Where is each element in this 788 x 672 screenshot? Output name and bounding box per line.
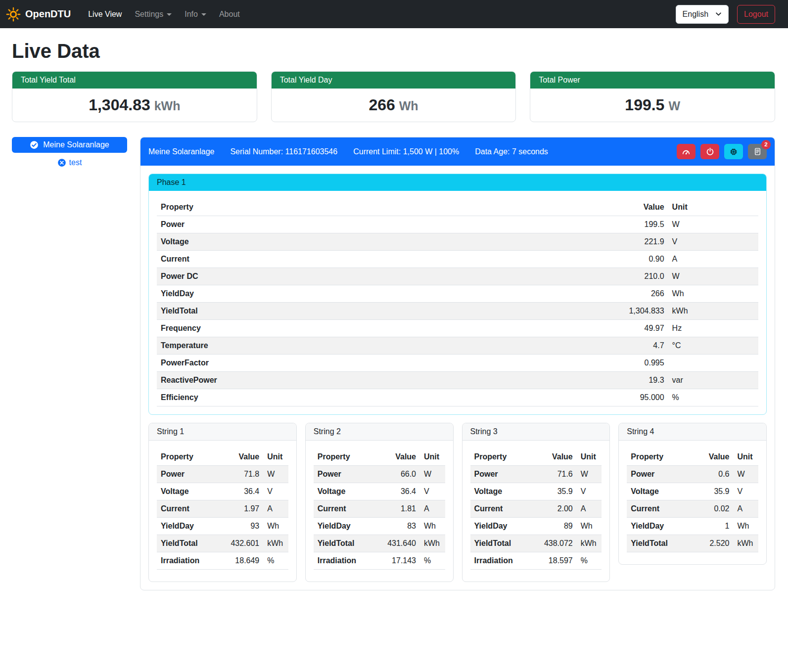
row-value: 266 [602, 285, 668, 303]
row-property: ReactivePower [157, 372, 602, 389]
row-value: 35.9 [689, 483, 733, 500]
device-info-button[interactable] [724, 144, 743, 159]
row-unit: Hz [668, 320, 758, 337]
row-unit: A [420, 500, 445, 518]
column-header-value: Value [602, 199, 668, 216]
card-title: Total Yield Day [272, 72, 516, 89]
power-icon [706, 147, 714, 156]
row-property: Current [157, 251, 602, 268]
table-row: Current 0.90 A [157, 251, 758, 268]
top-navbar: OpenDTU Live View Settings Info About En… [0, 0, 788, 28]
table-row: Power DC 210.0 W [157, 268, 758, 285]
row-unit: kWh [577, 535, 602, 552]
nav-info[interactable]: Info [178, 10, 213, 19]
row-value: 18.597 [532, 552, 576, 570]
row-unit: % [668, 389, 758, 406]
table-row: Temperature 4.7 °C [157, 337, 758, 355]
total-power-card: Total Power 199.5W [530, 71, 775, 122]
row-unit: kWh [734, 535, 758, 552]
string-title: String 2 [306, 423, 453, 441]
logout-button[interactable]: Logout [737, 5, 775, 24]
row-value: 1 [689, 518, 733, 535]
row-unit: °C [668, 337, 758, 355]
column-header-unit: Unit [577, 448, 602, 466]
cpu-icon [729, 147, 738, 156]
row-value: 0.6 [689, 466, 733, 483]
row-value: 36.4 [375, 483, 420, 500]
row-value: 432.601 [219, 535, 263, 552]
event-log-button[interactable]: 2 [748, 144, 767, 159]
inverter-select-button[interactable]: Meine Solaranlage [12, 137, 127, 153]
row-value: 89 [532, 518, 576, 535]
row-property: Temperature [157, 337, 602, 355]
language-select-value: English [683, 10, 708, 19]
row-property: Voltage [470, 483, 532, 500]
string-table-body: Power 71.8 W Voltage 36.4 V [157, 466, 288, 570]
string-table: Property Value Unit Power [157, 448, 288, 570]
string-title: String 3 [463, 423, 610, 441]
total-yield-total-card: Total Yield Total 1,304.83kWh [12, 71, 257, 122]
string-table: Property Value Unit Power [470, 448, 602, 570]
language-select[interactable]: English [676, 5, 729, 24]
row-value: 36.4 [219, 483, 263, 500]
limit-settings-button[interactable] [677, 144, 695, 159]
row-unit: W [668, 268, 758, 285]
row-unit: kWh [668, 303, 758, 320]
row-unit: V [734, 483, 758, 500]
row-unit: kWh [263, 535, 288, 552]
row-value: 0.02 [689, 500, 733, 518]
row-property: Current [470, 500, 532, 518]
nav-settings[interactable]: Settings [128, 10, 178, 19]
column-header-value: Value [689, 448, 733, 466]
row-value: 93 [219, 518, 263, 535]
row-unit: W [577, 466, 602, 483]
brand[interactable]: OpenDTU [6, 7, 71, 22]
row-property: YieldTotal [157, 535, 219, 552]
table-row: Voltage 36.4 V [314, 483, 445, 500]
table-header-row: Property Value Unit [157, 448, 288, 466]
nav-live-view[interactable]: Live View [82, 10, 128, 19]
string-table: Property Value Unit Power [314, 448, 445, 570]
row-value: 438.072 [532, 535, 576, 552]
chevron-down-icon [167, 13, 172, 16]
power-button[interactable] [700, 144, 719, 159]
row-property: Irradiation [157, 552, 219, 570]
string-title: String 4 [619, 423, 766, 441]
column-header-unit: Unit [734, 448, 758, 466]
strings-row: String 1 Property Value Unit [148, 423, 767, 582]
table-row: Power 199.5 W [157, 216, 758, 233]
page-title: Live Data [12, 40, 775, 62]
column-header-property: Property [314, 448, 375, 466]
inverter-test-link[interactable]: test [12, 158, 127, 167]
row-unit: Wh [734, 518, 758, 535]
inverter-data-age: Data Age: 7 seconds [475, 147, 548, 156]
row-value: 210.0 [602, 268, 668, 285]
row-value: 4.7 [602, 337, 668, 355]
summary-cards: Total Yield Total 1,304.83kWh Total Yiel… [12, 71, 775, 122]
row-value: 1.81 [375, 500, 420, 518]
row-value: 66.0 [375, 466, 420, 483]
row-value: 2.520 [689, 535, 733, 552]
row-property: PowerFactor [157, 355, 602, 372]
card-unit: kWh [154, 99, 181, 113]
row-unit: Wh [668, 285, 758, 303]
phase-table: Property Value Unit Power [157, 199, 758, 406]
nav-about[interactable]: About [213, 10, 246, 19]
row-unit: % [263, 552, 288, 570]
card-value: 1,304.83 [89, 96, 150, 114]
row-property: Irradiation [470, 552, 532, 570]
check-circle-icon [30, 140, 39, 149]
row-unit: % [420, 552, 445, 570]
card-title: Total Yield Total [12, 72, 257, 89]
table-row: Power 66.0 W [314, 466, 445, 483]
table-row: YieldTotal 438.072 kWh [470, 535, 602, 552]
total-yield-day-card: Total Yield Day 266Wh [271, 71, 516, 122]
string-title: String 1 [149, 423, 296, 441]
row-unit [668, 355, 758, 372]
row-unit: Wh [263, 518, 288, 535]
column-header-property: Property [627, 448, 689, 466]
event-count-badge: 2 [761, 140, 771, 149]
table-row: Current 1.97 A [157, 500, 288, 518]
table-row: YieldTotal 2.520 kWh [627, 535, 758, 552]
row-property: Voltage [314, 483, 375, 500]
